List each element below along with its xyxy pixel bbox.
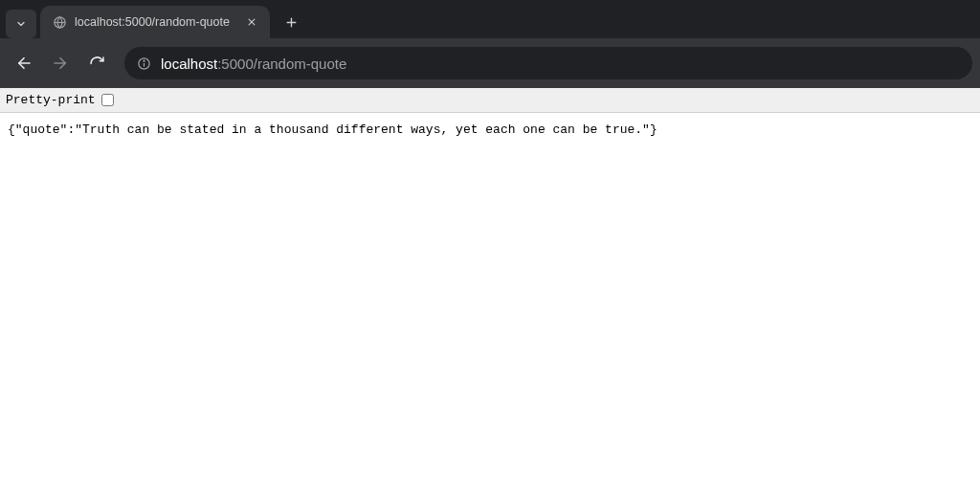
pretty-print-bar: Pretty-print: [0, 88, 980, 113]
forward-button[interactable]: [44, 47, 77, 79]
plus-icon: [285, 16, 298, 29]
chevron-down-icon: [15, 18, 27, 30]
close-icon[interactable]: [243, 13, 260, 31]
info-icon[interactable]: [136, 56, 151, 71]
browser-chrome: localhost:5000/random-quote: [0, 0, 980, 88]
globe-icon: [52, 14, 67, 30]
tab-search-dropdown[interactable]: [6, 10, 36, 38]
pretty-print-checkbox[interactable]: [101, 94, 114, 106]
url-path: :5000/random-quote: [217, 56, 346, 72]
url-text[interactable]: localhost:5000/random-quote: [161, 56, 346, 72]
new-tab-button[interactable]: [278, 9, 304, 35]
browser-toolbar: localhost:5000/random-quote: [0, 38, 980, 88]
svg-point-9: [144, 60, 145, 61]
back-button[interactable]: [8, 47, 40, 79]
browser-tab-active[interactable]: localhost:5000/random-quote: [40, 6, 270, 38]
reload-button[interactable]: [80, 47, 113, 79]
response-body: {"quote":"Truth can be stated in a thous…: [0, 113, 980, 146]
address-bar[interactable]: localhost:5000/random-quote: [124, 47, 972, 79]
tab-title: localhost:5000/random-quote: [75, 15, 235, 29]
pretty-print-label[interactable]: Pretty-print: [6, 93, 114, 107]
arrow-left-icon: [15, 55, 33, 72]
url-host: localhost: [161, 56, 217, 72]
reload-icon: [89, 56, 105, 72]
pretty-print-label-text: Pretty-print: [6, 93, 96, 107]
tab-strip: localhost:5000/random-quote: [0, 0, 980, 38]
arrow-right-icon: [52, 55, 69, 72]
